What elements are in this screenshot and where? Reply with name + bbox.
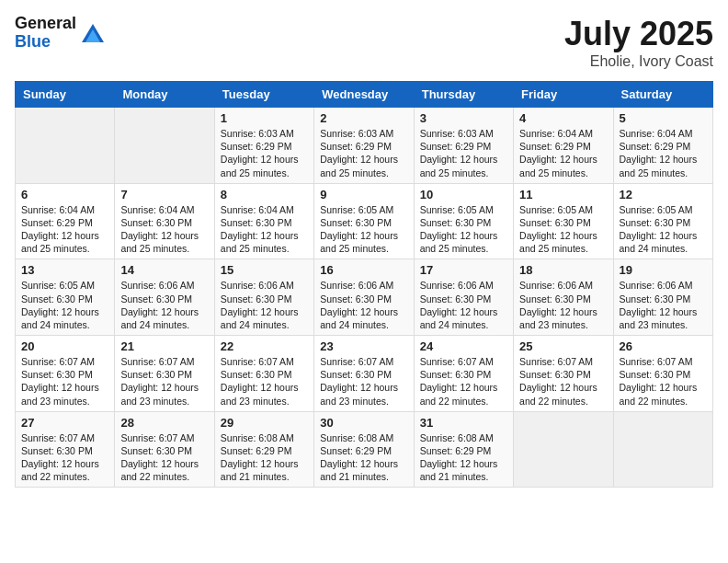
- day-number: 24: [420, 339, 507, 353]
- calendar-cell: 8Sunrise: 6:04 AM Sunset: 6:30 PM Daylig…: [214, 183, 313, 259]
- calendar-cell: 19Sunrise: 6:06 AM Sunset: 6:30 PM Dayli…: [613, 259, 712, 336]
- day-info: Sunrise: 6:07 AM Sunset: 6:30 PM Dayligh…: [320, 355, 407, 408]
- day-info: Sunrise: 6:06 AM Sunset: 6:30 PM Dayligh…: [221, 279, 308, 331]
- calendar-cell: [514, 411, 613, 488]
- title-block: July 2025 Eholie, Ivory Coast: [564, 15, 713, 70]
- day-info: Sunrise: 6:06 AM Sunset: 6:30 PM Dayligh…: [420, 279, 507, 331]
- day-number: 11: [519, 188, 607, 201]
- day-number: 3: [420, 111, 507, 125]
- day-number: 16: [320, 263, 407, 277]
- calendar-cell: 18Sunrise: 6:06 AM Sunset: 6:30 PM Dayli…: [514, 259, 613, 336]
- calendar-cell: 28Sunrise: 6:07 AM Sunset: 6:30 PM Dayli…: [115, 411, 214, 488]
- day-number: 5: [620, 111, 707, 125]
- calendar-cell: 10Sunrise: 6:05 AM Sunset: 6:30 PM Dayli…: [414, 183, 513, 259]
- day-number: 9: [320, 188, 407, 201]
- day-number: 4: [519, 111, 607, 125]
- calendar-cell: [16, 108, 115, 184]
- day-number: 2: [320, 111, 407, 125]
- day-number: 21: [120, 339, 208, 353]
- calendar-week-row: 27Sunrise: 6:07 AM Sunset: 6:30 PM Dayli…: [16, 411, 713, 488]
- day-info: Sunrise: 6:06 AM Sunset: 6:30 PM Dayligh…: [120, 279, 208, 331]
- day-number: 12: [620, 188, 707, 201]
- day-info: Sunrise: 6:03 AM Sunset: 6:29 PM Dayligh…: [320, 127, 407, 179]
- calendar-cell: 11Sunrise: 6:05 AM Sunset: 6:30 PM Dayli…: [514, 183, 613, 259]
- logo-icon: [80, 20, 106, 46]
- day-number: 20: [21, 339, 108, 353]
- logo: General Blue: [15, 15, 106, 52]
- day-info: Sunrise: 6:05 AM Sunset: 6:30 PM Dayligh…: [519, 203, 607, 256]
- calendar-week-row: 6Sunrise: 6:04 AM Sunset: 6:29 PM Daylig…: [16, 183, 713, 259]
- day-number: 28: [120, 416, 208, 430]
- day-number: 14: [120, 263, 208, 277]
- weekday-header: Friday: [514, 82, 613, 108]
- day-info: Sunrise: 6:06 AM Sunset: 6:30 PM Dayligh…: [620, 279, 707, 331]
- calendar-cell: [613, 411, 712, 488]
- day-number: 23: [320, 339, 407, 353]
- month-title: July 2025: [564, 15, 713, 53]
- calendar-cell: 9Sunrise: 6:05 AM Sunset: 6:30 PM Daylig…: [314, 183, 414, 259]
- day-info: Sunrise: 6:08 AM Sunset: 6:29 PM Dayligh…: [221, 431, 308, 484]
- weekday-header: Monday: [115, 82, 214, 108]
- page-header: General Blue July 2025 Eholie, Ivory Coa…: [15, 15, 713, 70]
- calendar-cell: 4Sunrise: 6:04 AM Sunset: 6:29 PM Daylig…: [514, 108, 613, 184]
- day-info: Sunrise: 6:05 AM Sunset: 6:30 PM Dayligh…: [21, 279, 108, 331]
- calendar-cell: 23Sunrise: 6:07 AM Sunset: 6:30 PM Dayli…: [314, 336, 414, 412]
- calendar-cell: 29Sunrise: 6:08 AM Sunset: 6:29 PM Dayli…: [214, 411, 313, 488]
- calendar-body: 1Sunrise: 6:03 AM Sunset: 6:29 PM Daylig…: [16, 108, 713, 488]
- day-number: 1: [221, 111, 308, 125]
- calendar-cell: 2Sunrise: 6:03 AM Sunset: 6:29 PM Daylig…: [314, 108, 414, 184]
- calendar-cell: 7Sunrise: 6:04 AM Sunset: 6:30 PM Daylig…: [115, 183, 214, 259]
- calendar-cell: 17Sunrise: 6:06 AM Sunset: 6:30 PM Dayli…: [414, 259, 513, 336]
- calendar-cell: 22Sunrise: 6:07 AM Sunset: 6:30 PM Dayli…: [214, 336, 313, 412]
- day-info: Sunrise: 6:05 AM Sunset: 6:30 PM Dayligh…: [620, 203, 707, 256]
- logo-general-text: General: [15, 15, 76, 33]
- day-number: 10: [420, 188, 507, 201]
- day-info: Sunrise: 6:08 AM Sunset: 6:29 PM Dayligh…: [320, 431, 407, 484]
- day-number: 22: [221, 339, 308, 353]
- day-number: 19: [620, 263, 707, 277]
- day-info: Sunrise: 6:07 AM Sunset: 6:30 PM Dayligh…: [420, 355, 507, 408]
- weekday-header: Tuesday: [214, 82, 313, 108]
- day-info: Sunrise: 6:04 AM Sunset: 6:29 PM Dayligh…: [21, 203, 108, 256]
- weekday-header: Wednesday: [314, 82, 414, 108]
- day-number: 27: [21, 416, 108, 430]
- logo-blue-text: Blue: [15, 33, 76, 52]
- day-info: Sunrise: 6:03 AM Sunset: 6:29 PM Dayligh…: [221, 127, 308, 179]
- day-number: 30: [320, 416, 407, 430]
- calendar-cell: 13Sunrise: 6:05 AM Sunset: 6:30 PM Dayli…: [16, 259, 115, 336]
- weekday-header-row: SundayMondayTuesdayWednesdayThursdayFrid…: [16, 82, 713, 108]
- day-info: Sunrise: 6:07 AM Sunset: 6:30 PM Dayligh…: [120, 355, 208, 408]
- calendar-table: SundayMondayTuesdayWednesdayThursdayFrid…: [15, 81, 713, 488]
- day-number: 31: [420, 416, 507, 430]
- weekday-header: Thursday: [414, 82, 513, 108]
- calendar-cell: 27Sunrise: 6:07 AM Sunset: 6:30 PM Dayli…: [16, 411, 115, 488]
- calendar-cell: 31Sunrise: 6:08 AM Sunset: 6:29 PM Dayli…: [414, 411, 513, 488]
- calendar-cell: 3Sunrise: 6:03 AM Sunset: 6:29 PM Daylig…: [414, 108, 513, 184]
- calendar-cell: 15Sunrise: 6:06 AM Sunset: 6:30 PM Dayli…: [214, 259, 313, 336]
- calendar-cell: [115, 108, 214, 184]
- weekday-header: Saturday: [613, 82, 712, 108]
- day-number: 26: [620, 339, 707, 353]
- weekday-header: Sunday: [16, 82, 115, 108]
- day-info: Sunrise: 6:05 AM Sunset: 6:30 PM Dayligh…: [320, 203, 407, 256]
- day-info: Sunrise: 6:04 AM Sunset: 6:30 PM Dayligh…: [120, 203, 208, 256]
- day-number: 29: [221, 416, 308, 430]
- day-info: Sunrise: 6:05 AM Sunset: 6:30 PM Dayligh…: [420, 203, 507, 256]
- day-info: Sunrise: 6:04 AM Sunset: 6:29 PM Dayligh…: [519, 127, 607, 179]
- calendar-cell: 12Sunrise: 6:05 AM Sunset: 6:30 PM Dayli…: [613, 183, 712, 259]
- day-info: Sunrise: 6:07 AM Sunset: 6:30 PM Dayligh…: [221, 355, 308, 408]
- calendar-cell: 26Sunrise: 6:07 AM Sunset: 6:30 PM Dayli…: [613, 336, 712, 412]
- day-info: Sunrise: 6:04 AM Sunset: 6:29 PM Dayligh…: [620, 127, 707, 179]
- day-number: 17: [420, 263, 507, 277]
- day-number: 18: [519, 263, 607, 277]
- calendar-cell: 1Sunrise: 6:03 AM Sunset: 6:29 PM Daylig…: [214, 108, 313, 184]
- day-info: Sunrise: 6:06 AM Sunset: 6:30 PM Dayligh…: [519, 279, 607, 331]
- day-info: Sunrise: 6:07 AM Sunset: 6:30 PM Dayligh…: [519, 355, 607, 408]
- calendar-cell: 5Sunrise: 6:04 AM Sunset: 6:29 PM Daylig…: [613, 108, 712, 184]
- calendar-header: SundayMondayTuesdayWednesdayThursdayFrid…: [16, 82, 713, 108]
- day-info: Sunrise: 6:06 AM Sunset: 6:30 PM Dayligh…: [320, 279, 407, 331]
- calendar-cell: 30Sunrise: 6:08 AM Sunset: 6:29 PM Dayli…: [314, 411, 414, 488]
- day-number: 25: [519, 339, 607, 353]
- calendar-cell: 21Sunrise: 6:07 AM Sunset: 6:30 PM Dayli…: [115, 336, 214, 412]
- day-number: 13: [21, 263, 108, 277]
